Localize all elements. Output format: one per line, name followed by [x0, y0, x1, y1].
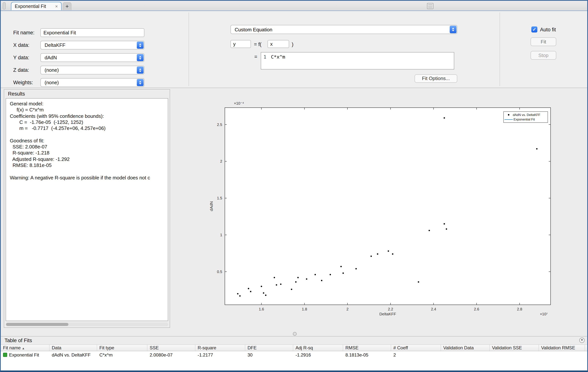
- dropdown-stepper-icon: [137, 41, 144, 49]
- panel-divider: [189, 12, 189, 86]
- x-data-value: DeltaKFF: [45, 42, 65, 48]
- weights-dropdown[interactable]: (none): [41, 78, 144, 87]
- column-header-validation-rmse[interactable]: Validation RMSE: [539, 345, 585, 351]
- auto-fit-checkbox[interactable]: ✓: [531, 26, 537, 32]
- dependent-variable-input[interactable]: [231, 40, 251, 48]
- tab-exponential-fit[interactable]: Exponential Fit ×: [11, 2, 62, 10]
- fit-type-value: Custom Equation: [235, 27, 272, 32]
- x-data-dropdown[interactable]: DeltaKFF: [41, 41, 144, 50]
- svg-text:2: 2: [220, 159, 222, 163]
- svg-text:2.2: 2.2: [388, 307, 393, 311]
- plot-panel: 1.61.822.22.42.62.80.511.522.5×10⁻⁴×10⁷D…: [171, 88, 588, 336]
- collapse-panel-icon[interactable]: ▼: [579, 338, 585, 343]
- fit-button[interactable]: Fit: [531, 37, 556, 46]
- tab-actions-icon[interactable]: [427, 3, 433, 9]
- svg-text:1.8: 1.8: [302, 307, 307, 311]
- column-header-r-square[interactable]: R-square: [195, 345, 245, 351]
- table-cell-validation-data: [441, 351, 490, 358]
- auto-fit-label: Auto fit: [540, 27, 556, 32]
- table-cell-dfe: 30: [245, 351, 293, 358]
- z-data-label: Z data:: [13, 67, 29, 73]
- scatter-marker-icon: [508, 114, 509, 115]
- new-tab-button[interactable]: +: [63, 2, 71, 10]
- table-of-fits-title: Table of Fits: [5, 338, 32, 343]
- column-header-validation-data[interactable]: Validation Data: [441, 345, 490, 351]
- equals-label: =: [254, 54, 257, 60]
- fit-line-icon: [504, 119, 513, 120]
- table-cell-fit-name: Exponential Fit: [1, 351, 50, 358]
- column-header-fit-type[interactable]: Fit type: [97, 345, 147, 351]
- column-header-adj-r-sq[interactable]: Adj R-sq: [293, 345, 343, 351]
- close-paren-label: ): [292, 41, 294, 47]
- svg-text:0.5: 0.5: [217, 270, 222, 274]
- svg-text:dAdN: dAdN: [209, 201, 213, 211]
- independent-variable-input[interactable]: [268, 40, 289, 48]
- legend-label: Exponential Fit: [514, 117, 535, 121]
- results-text: General model: f(x) = C*x^m Coefficients…: [10, 101, 168, 181]
- fit-name-input[interactable]: [41, 28, 144, 37]
- column-header-data[interactable]: Data: [50, 345, 97, 351]
- svg-text:1: 1: [220, 233, 222, 237]
- y-data-value: dAdN: [45, 55, 57, 61]
- dropdown-stepper-icon: [137, 79, 144, 86]
- column-header-dfe[interactable]: DFE: [245, 345, 293, 351]
- sort-ascending-icon: ▲: [22, 347, 25, 350]
- fit-type-dropdown[interactable]: Custom Equation: [231, 25, 457, 34]
- fit-name-label: Fit name:: [13, 30, 35, 35]
- column-header-validation-sse[interactable]: Validation SSE: [490, 345, 539, 351]
- table-row[interactable]: Exponential FitdAdN vs. DeltaKFFC*x^m2.0…: [1, 351, 587, 358]
- column-header-rmse[interactable]: RMSE: [343, 345, 391, 351]
- legend-entry-fit: Exponential Fit: [504, 117, 547, 122]
- table-cell-rmse: 8.1813e-05: [343, 351, 391, 358]
- stop-button[interactable]: Stop: [531, 51, 556, 60]
- svg-text:2.8: 2.8: [517, 307, 522, 311]
- equation-formula: C*x^m: [271, 54, 285, 60]
- table-cell-r-square: -1.2177: [195, 351, 245, 358]
- curve-fitting-tool-window: Exponential Fit × + Fit name: X data: De…: [0, 0, 588, 372]
- plot-legend[interactable]: dAdN vs. DeltaKFF Exponential Fit: [503, 111, 548, 123]
- table-header-row: Fit name▲DataFit typeSSER-squareDFEAdj R…: [1, 344, 587, 351]
- column-header-num-coeff[interactable]: # Coeff: [391, 345, 441, 351]
- fit-settings-panel: Fit name: X data: DeltaKFF Y data: dAdN …: [1, 11, 587, 88]
- svg-text:2.6: 2.6: [474, 307, 479, 311]
- custom-equation-editor[interactable]: 1 C*x^m: [261, 52, 454, 70]
- svg-text:1.6: 1.6: [259, 307, 264, 311]
- svg-text:×10⁻⁴: ×10⁻⁴: [234, 101, 244, 105]
- table-cell-data: dAdN vs. DeltaKFF: [50, 351, 97, 358]
- dropdown-stepper-icon: [137, 54, 144, 61]
- z-data-dropdown[interactable]: (none): [41, 66, 144, 74]
- results-box[interactable]: General model: f(x) = C*x^m Coefficients…: [6, 98, 168, 321]
- legend-entry-data: dAdN vs. DeltaKFF: [504, 113, 547, 117]
- column-header-sse[interactable]: SSE: [147, 345, 195, 351]
- f-of-label: = f(: [254, 41, 262, 47]
- table-cell-adj-r-sq: -1.2916: [293, 351, 343, 358]
- scatter-plot-svg[interactable]: 1.61.822.22.42.62.80.511.522.5×10⁻⁴×10⁷D…: [171, 88, 588, 336]
- table-cell-validation-rmse: [539, 351, 585, 358]
- scrollbar-thumb[interactable]: [6, 323, 68, 326]
- weights-value: (none): [45, 80, 59, 85]
- results-horizontal-scrollbar[interactable]: [6, 322, 168, 326]
- svg-text:2.4: 2.4: [431, 307, 436, 311]
- legend-label: dAdN vs. DeltaKFF: [513, 113, 540, 117]
- weights-label: Weights:: [13, 80, 33, 85]
- equation-line-number: 1: [261, 54, 269, 60]
- svg-text:2.5: 2.5: [217, 123, 222, 127]
- y-data-dropdown[interactable]: dAdN: [41, 53, 144, 62]
- fit-color-swatch-icon: [3, 353, 7, 357]
- results-title: Results: [8, 91, 25, 97]
- svg-text:DeltaKFF: DeltaKFF: [379, 312, 396, 316]
- splitter-handle[interactable]: [293, 332, 297, 336]
- dropdown-stepper-icon: [450, 26, 456, 33]
- table-of-fits-panel: Table of Fits ▼ Fit name▲DataFit typeSSE…: [1, 336, 587, 371]
- table-cell-sse: 2.0080e-07: [147, 351, 195, 358]
- svg-text:1.5: 1.5: [217, 196, 222, 200]
- panel-divider: [500, 12, 500, 86]
- tab-strip-handle-icon: [3, 2, 6, 10]
- column-header-fit-name[interactable]: Fit name▲: [1, 345, 50, 351]
- z-data-value: (none): [45, 67, 59, 73]
- x-data-label: X data:: [13, 42, 30, 48]
- tab-close-icon[interactable]: ×: [55, 4, 58, 9]
- svg-text:×10⁷: ×10⁷: [540, 312, 547, 316]
- tab-bar: Exponential Fit × +: [1, 1, 587, 11]
- fit-options-button[interactable]: Fit Options...: [415, 74, 457, 83]
